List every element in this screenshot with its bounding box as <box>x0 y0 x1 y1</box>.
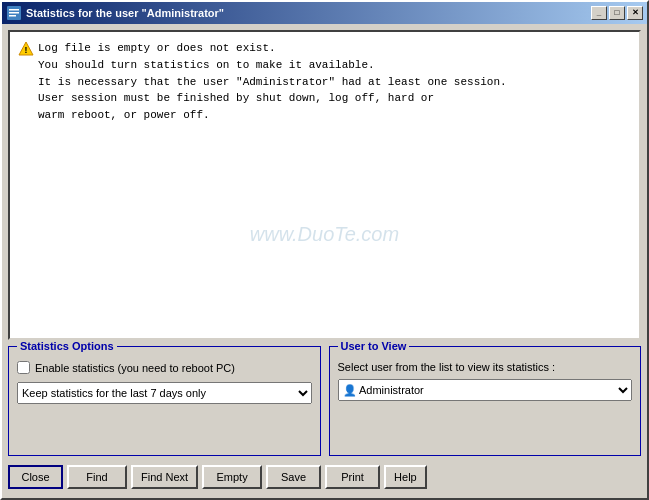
save-button[interactable]: Save <box>266 465 321 489</box>
print-button[interactable]: Print <box>325 465 380 489</box>
help-button[interactable]: Help <box>384 465 427 489</box>
enable-statistics-checkbox[interactable] <box>17 361 30 374</box>
statistics-options-legend: Statistics Options <box>17 340 117 352</box>
user-dropdown-row: 👤 Administrator <box>338 379 633 401</box>
log-text-line-3: It is necessary that the user "Administr… <box>18 74 631 91</box>
enable-statistics-row: Enable statistics (you need to reboot PC… <box>17 361 312 374</box>
svg-rect-2 <box>9 12 19 14</box>
statistics-options-panel: Statistics Options Enable statistics (yo… <box>8 346 321 456</box>
button-bar: Close Find Find Next Empty Save Print He… <box>8 462 641 492</box>
user-to-view-legend: User to View <box>338 340 410 352</box>
warning-icon: ! <box>18 41 34 57</box>
log-line-1: ! Log file is empty or does not exist. <box>18 40 631 57</box>
log-text-line-2: You should turn statistics on to make it… <box>18 57 631 74</box>
log-text-line-1: Log file is empty or does not exist. <box>38 40 276 57</box>
svg-text:!: ! <box>23 46 28 56</box>
title-bar: Statistics for the user "Administrator" … <box>2 2 647 24</box>
log-content-area: ! Log file is empty or does not exist. Y… <box>8 30 641 340</box>
title-buttons: _ □ ✕ <box>591 6 643 20</box>
enable-statistics-label: Enable statistics (you need to reboot PC… <box>35 362 235 374</box>
main-window: Statistics for the user "Administrator" … <box>0 0 649 500</box>
svg-rect-3 <box>9 15 16 17</box>
find-button[interactable]: Find <box>67 465 127 489</box>
maximize-button[interactable]: □ <box>609 6 625 20</box>
close-button[interactable]: Close <box>8 465 63 489</box>
window-body: ! Log file is empty or does not exist. Y… <box>2 24 647 498</box>
keep-statistics-row: Keep statistics for the last 7 days only… <box>17 382 312 404</box>
minimize-button[interactable]: _ <box>591 6 607 20</box>
log-text: ! Log file is empty or does not exist. Y… <box>10 32 639 338</box>
close-title-button[interactable]: ✕ <box>627 6 643 20</box>
find-next-button[interactable]: Find Next <box>131 465 198 489</box>
user-select-label: Select user from the list to view its st… <box>338 361 633 373</box>
log-text-line-5: warm reboot, or power off. <box>18 107 631 124</box>
window-icon <box>6 5 22 21</box>
user-select[interactable]: 👤 Administrator <box>338 379 633 401</box>
empty-button[interactable]: Empty <box>202 465 262 489</box>
bottom-section: Statistics Options Enable statistics (yo… <box>8 346 641 456</box>
keep-statistics-select[interactable]: Keep statistics for the last 7 days only… <box>17 382 312 404</box>
svg-rect-1 <box>9 9 19 11</box>
log-text-line-4: User session must be finished by shut do… <box>18 90 631 107</box>
user-to-view-panel: User to View Select user from the list t… <box>329 346 642 456</box>
window-title: Statistics for the user "Administrator" <box>26 7 591 19</box>
